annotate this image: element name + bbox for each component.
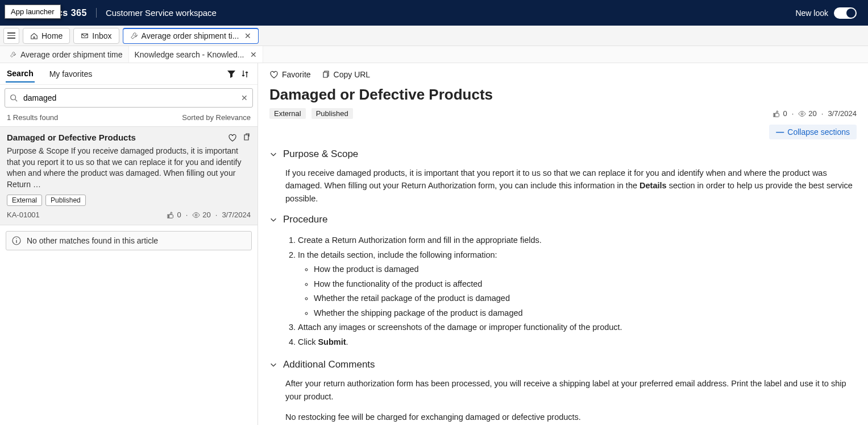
sort-icon bbox=[240, 69, 250, 79]
clear-search-button[interactable]: ✕ bbox=[241, 93, 248, 102]
favorite-result-button[interactable] bbox=[228, 133, 237, 142]
new-look-label: New look bbox=[795, 9, 828, 18]
search-icon bbox=[10, 94, 18, 102]
heart-icon bbox=[228, 133, 237, 142]
section-title-comments: Additional Comments bbox=[283, 359, 375, 370]
search-box[interactable]: ✕ bbox=[5, 88, 253, 108]
section-header-procedure[interactable]: Procedure bbox=[269, 214, 857, 225]
section-header-comments[interactable]: Additional Comments bbox=[269, 359, 857, 370]
wrench-icon bbox=[130, 32, 138, 40]
badge-external: External bbox=[7, 195, 42, 206]
chevron-down-icon bbox=[269, 361, 277, 369]
subtab-knowledge[interactable]: Knowledge search - Knowled... ✕ bbox=[129, 46, 263, 63]
tab-session-active[interactable]: Average order shipment ti... ✕ bbox=[123, 28, 259, 44]
search-input[interactable] bbox=[22, 93, 236, 103]
app-launcher-tooltip: App launcher bbox=[5, 5, 61, 19]
tag-published: Published bbox=[312, 108, 353, 119]
copy-icon bbox=[321, 70, 330, 79]
eye-icon bbox=[192, 211, 200, 219]
home-icon bbox=[30, 32, 38, 40]
svg-point-0 bbox=[11, 95, 16, 100]
result-title: Damaged or Defective Products bbox=[7, 133, 136, 142]
info-icon bbox=[12, 236, 21, 245]
collapse-sections-button[interactable]: — Collapse sections bbox=[769, 125, 857, 139]
result-snippet: Purpose & Scope If you receive damaged p… bbox=[7, 146, 251, 190]
results-count: 1 Results found bbox=[7, 113, 58, 122]
filter-button[interactable] bbox=[225, 67, 238, 81]
workspace-title: Customer Service workspace bbox=[96, 8, 217, 18]
section-body-purpose: If you receive damaged products, it is i… bbox=[269, 160, 857, 205]
results-tab-search[interactable]: Search bbox=[6, 65, 35, 82]
copy-url-label: Copy URL bbox=[334, 70, 371, 79]
inbox-icon bbox=[81, 32, 89, 40]
sort-label: Sorted by Relevance bbox=[182, 113, 251, 122]
procedure-substep: How the functionality of the product is … bbox=[314, 278, 857, 290]
section-header-purpose[interactable]: Purpose & Scope bbox=[269, 148, 857, 160]
section-title-purpose: Purpose & Scope bbox=[283, 148, 358, 160]
no-match-banner: No other matches found in this article bbox=[6, 231, 252, 250]
tab-home[interactable]: Home bbox=[23, 28, 70, 44]
svg-point-1 bbox=[196, 214, 198, 216]
article-title: Damaged or Defective Products bbox=[258, 84, 868, 108]
results-panel: Search My favorites ✕ 1 Results found So… bbox=[0, 63, 258, 425]
result-date: 3/7/2024 bbox=[222, 211, 251, 219]
subtab-record-label: Average order shipment time bbox=[20, 50, 123, 59]
collapse-sections-label: Collapse sections bbox=[787, 127, 850, 137]
subtab-knowledge-label: Knowledge search - Knowled... bbox=[135, 50, 244, 59]
section-body-procedure: Create a Return Authorization form and f… bbox=[269, 225, 857, 348]
procedure-step: Create a Return Authorization form and f… bbox=[298, 234, 857, 246]
tag-external: External bbox=[269, 108, 306, 119]
favorite-article-button[interactable]: Favorite bbox=[269, 70, 311, 79]
svg-point-3 bbox=[801, 113, 804, 115]
section-title-procedure: Procedure bbox=[283, 214, 327, 225]
eye-icon bbox=[798, 110, 806, 118]
favorite-article-label: Favorite bbox=[282, 70, 311, 79]
chevron-down-icon bbox=[269, 216, 277, 224]
result-id: KA-01001 bbox=[7, 211, 40, 219]
pop-out-result-button[interactable] bbox=[242, 133, 251, 142]
section-body-comments: After your return authorization form has… bbox=[269, 370, 857, 423]
article-date: 3/7/2024 bbox=[828, 109, 857, 118]
procedure-step: Click Submit. bbox=[298, 336, 857, 348]
new-look-toggle[interactable] bbox=[834, 7, 857, 19]
result-likes: 0 bbox=[177, 211, 181, 219]
procedure-substep: How the product is damaged bbox=[314, 263, 857, 275]
procedure-substep: Whether the retail package of the produc… bbox=[314, 292, 857, 304]
sort-button[interactable] bbox=[238, 67, 252, 81]
procedure-step: Attach any images or screenshots of the … bbox=[298, 321, 857, 333]
article-panel: Favorite Copy URL Damaged or Defective P… bbox=[258, 63, 868, 425]
badge-published: Published bbox=[45, 195, 86, 206]
results-tab-favorites[interactable]: My favorites bbox=[48, 66, 93, 82]
hamburger-button[interactable] bbox=[3, 28, 19, 44]
no-match-text: No other matches found in this article bbox=[27, 236, 158, 245]
tab-inbox-label: Inbox bbox=[92, 31, 111, 40]
thumbs-up-icon bbox=[773, 110, 780, 118]
close-subtab-button[interactable]: ✕ bbox=[250, 50, 257, 59]
tab-home-label: Home bbox=[41, 31, 63, 40]
filter-icon bbox=[227, 69, 236, 79]
procedure-step: In the details section, include the foll… bbox=[298, 249, 857, 319]
tab-inbox[interactable]: Inbox bbox=[73, 28, 119, 44]
subtab-record[interactable]: Average order shipment time bbox=[3, 46, 129, 63]
chevron-down-icon bbox=[269, 150, 277, 158]
copy-url-button[interactable]: Copy URL bbox=[321, 70, 371, 79]
result-card[interactable]: Damaged or Defective Products Purpose & … bbox=[0, 126, 258, 225]
article-likes: 0 bbox=[783, 109, 787, 118]
top-bar: App launcher ics 365 Customer Service wo… bbox=[0, 0, 868, 26]
session-tab-row: Home Inbox Average order shipment ti... … bbox=[0, 26, 868, 46]
procedure-substep: Whether the shipping package of the prod… bbox=[314, 307, 857, 319]
close-tab-button[interactable]: ✕ bbox=[244, 31, 251, 40]
result-views: 20 bbox=[202, 211, 210, 219]
popout-icon bbox=[242, 133, 251, 142]
article-views: 20 bbox=[808, 109, 816, 118]
tab-session-label: Average order shipment ti... bbox=[142, 31, 239, 40]
heart-icon bbox=[269, 70, 279, 79]
wrench-icon bbox=[9, 51, 17, 59]
thumbs-up-icon bbox=[167, 211, 175, 219]
page-tab-row: Average order shipment time Knowledge se… bbox=[0, 46, 868, 63]
